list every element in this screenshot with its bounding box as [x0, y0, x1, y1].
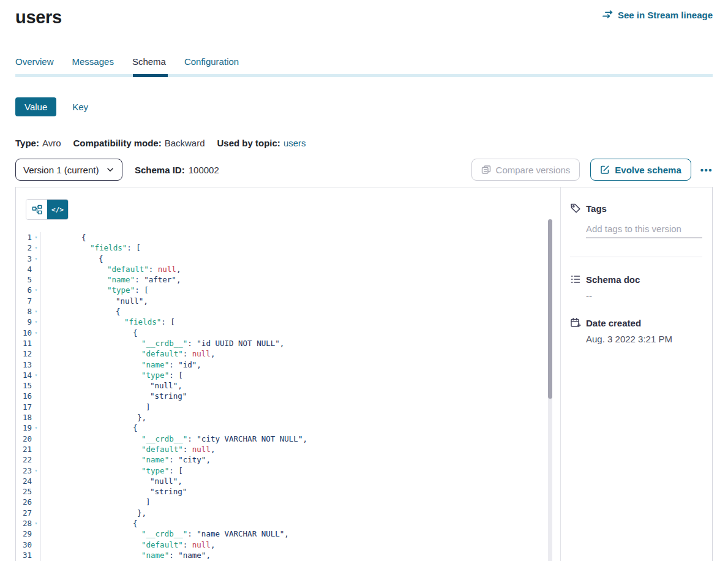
fold-arrow-icon[interactable]: ▾ [32, 254, 41, 264]
date-created-section: Date created Aug. 3 2022 3:21 PM [570, 317, 702, 344]
compatibility-value: Backward [165, 138, 205, 148]
used-by-topic-link[interactable]: users [283, 138, 306, 148]
date-created-value: Aug. 3 2022 3:21 PM [586, 334, 702, 344]
tab-configuration[interactable]: Configuration [184, 56, 239, 67]
code-line: 2▾"fields": [ [16, 243, 560, 253]
tags-heading-label: Tags [586, 203, 607, 214]
code-line: 23▾"type": [ [16, 465, 560, 476]
fold-arrow-icon[interactable]: ▾ [32, 285, 41, 295]
code-line: 20"__crdb__": "city VARCHAR NOT NULL", [16, 434, 560, 444]
line-number: 31 [16, 550, 32, 560]
code-line: 31"name": "name", [16, 550, 560, 560]
code-text: "null", [41, 380, 182, 391]
tab-schema[interactable]: Schema [132, 56, 166, 67]
code-line: 21"default": null, [16, 444, 560, 454]
code-line: 26] [16, 497, 560, 507]
fold-arrow-icon[interactable]: ▾ [32, 465, 41, 476]
code-text: "fields": [ [41, 243, 141, 253]
line-number: 12 [16, 348, 32, 359]
page-title: users [15, 7, 62, 28]
fold-spacer [32, 338, 41, 348]
code-line: 29"__crdb__": "name VARCHAR NULL", [16, 529, 560, 539]
code-line: 22"name": "city", [16, 454, 560, 465]
line-number: 28 [16, 518, 32, 529]
fold-arrow-icon[interactable]: ▾ [32, 317, 41, 327]
code-line: 14▾"type": [ [16, 370, 560, 380]
line-number: 18 [16, 412, 32, 423]
value-tab-button[interactable]: Value [15, 97, 56, 116]
fold-spacer [32, 391, 41, 401]
code-text: "type": [ [41, 285, 149, 295]
code-text: "null", [41, 296, 148, 306]
code-text: "null", [41, 476, 182, 486]
code-line: 17] [16, 402, 560, 412]
line-number: 2 [16, 243, 32, 253]
schema-sidebar: Tags Schema doc -- [560, 187, 712, 561]
code-text: "default": null, [41, 540, 215, 550]
tab-messages[interactable]: Messages [72, 56, 114, 67]
fold-spacer [32, 529, 41, 539]
fold-spacer [32, 412, 41, 423]
version-select[interactable]: Version 1 (current) [15, 159, 122, 181]
code-text: "fields": [ [41, 317, 175, 327]
add-tags-input[interactable] [586, 222, 702, 238]
code-text: "name": "after", [41, 274, 181, 285]
meta-type: Type: Avro [15, 138, 61, 148]
tab-underline-track [15, 74, 713, 77]
fold-arrow-icon[interactable]: ▾ [32, 370, 41, 380]
code-text: { [41, 328, 138, 338]
schema-id-label: Schema ID: [135, 165, 185, 175]
evolve-schema-label: Evolve schema [615, 165, 681, 175]
code-line: 15"null", [16, 380, 560, 391]
fold-arrow-icon[interactable]: ▾ [32, 306, 41, 317]
line-number: 22 [16, 454, 32, 465]
list-icon [570, 274, 581, 285]
code-line: 18}, [16, 412, 560, 423]
see-in-stream-lineage-link[interactable]: See in Stream lineage [602, 10, 713, 20]
fold-spacer [32, 296, 41, 306]
code-line: 3▾{ [16, 254, 560, 264]
line-number: 17 [16, 402, 32, 412]
code-view-button[interactable]: </> [47, 200, 68, 219]
fold-spacer [32, 264, 41, 274]
compare-versions-button[interactable]: Compare versions [471, 159, 580, 181]
code-line: 27}, [16, 508, 560, 518]
code-line: 25"string" [16, 486, 560, 497]
line-number: 20 [16, 434, 32, 444]
code-scrollbar-thumb[interactable] [548, 219, 552, 399]
code-text: ] [41, 402, 151, 412]
line-number: 5 [16, 274, 32, 285]
fold-arrow-icon[interactable]: ▾ [32, 243, 41, 253]
code-text: "name": "name", [41, 550, 211, 560]
tag-icon [570, 203, 581, 214]
fold-arrow-icon[interactable]: ▾ [32, 232, 41, 243]
code-line: 7"null", [16, 296, 560, 306]
fold-spacer [32, 550, 41, 560]
topic-tabs: Overview Messages Schema Configuration [15, 56, 713, 67]
code-text: { [41, 518, 138, 529]
schema-doc-heading: Schema doc [570, 274, 702, 285]
fold-arrow-icon[interactable]: ▾ [32, 518, 41, 529]
fold-spacer [32, 402, 41, 412]
version-select-value: Version 1 (current) [23, 165, 99, 175]
line-number: 27 [16, 508, 32, 518]
schema-kind-toggle: Value Key [15, 97, 713, 116]
fold-arrow-icon[interactable]: ▾ [32, 423, 41, 433]
line-number: 16 [16, 391, 32, 401]
tree-view-button[interactable] [26, 200, 47, 219]
fold-spacer [32, 508, 41, 518]
key-tab-link[interactable]: Key [72, 102, 88, 112]
more-options-button[interactable]: ••• [700, 165, 713, 175]
fold-spacer [32, 274, 41, 285]
calendar-plus-icon [570, 317, 581, 328]
code-scrollbar-track[interactable] [548, 219, 552, 561]
schema-code-pane: </> 1▾{2▾"fields": [3▾{4"default": null,… [16, 187, 560, 561]
fold-spacer [32, 360, 41, 370]
schema-view-toggle: </> [26, 199, 69, 220]
line-number: 29 [16, 529, 32, 539]
tab-overview[interactable]: Overview [15, 56, 54, 67]
fold-arrow-icon[interactable]: ▾ [32, 328, 41, 338]
line-number: 10 [16, 328, 32, 338]
evolve-schema-button[interactable]: Evolve schema [590, 159, 691, 181]
used-by-topic-label: Used by topic: [217, 138, 280, 148]
